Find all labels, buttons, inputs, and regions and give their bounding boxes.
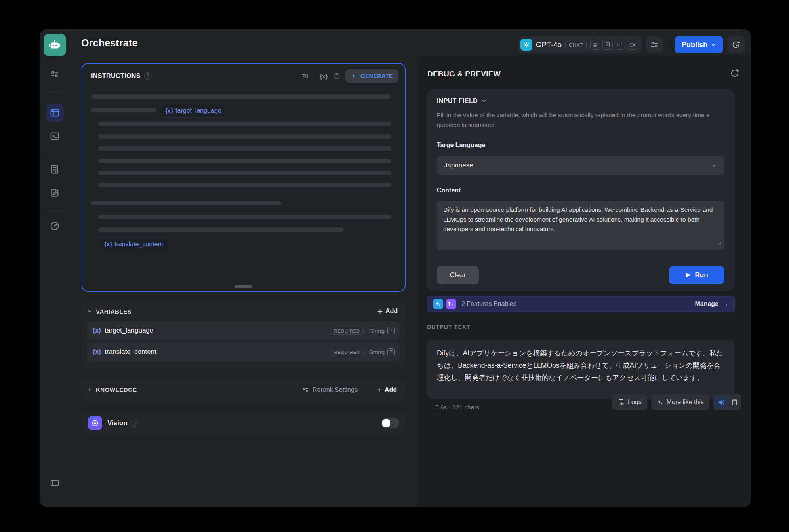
skeleton-line: [91, 201, 281, 205]
model-parameters-button[interactable]: [646, 36, 663, 53]
input-field-description: Fill in the value of the variable, which…: [437, 110, 724, 130]
clear-label: Clear: [450, 271, 466, 279]
screen: Orchestrate GPT-4o CHAT: [0, 0, 789, 532]
reset-button[interactable]: [730, 68, 740, 80]
input-field-header[interactable]: INPUT FIELD: [437, 97, 487, 104]
selected-language: Japanese: [444, 162, 473, 169]
variable-type: String: [369, 327, 385, 334]
audio-capability-icon: [615, 40, 625, 50]
publish-label: Publish: [682, 41, 707, 49]
insert-variable-button[interactable]: {x}: [320, 73, 328, 80]
variable-chip-target-language[interactable]: {x} target_language: [160, 104, 227, 118]
instructions-title: INSTRUCTIONS: [91, 72, 141, 80]
content-textarea[interactable]: Dify is an open-source platform for buil…: [437, 201, 724, 250]
sidebar-item-terminal[interactable]: [46, 127, 64, 145]
variable-row-target-language[interactable]: {x} target_language REQUIRED String T: [87, 321, 400, 340]
features-bar[interactable]: T 2 Features Enabled Manage →: [427, 296, 735, 312]
manage-features-button[interactable]: Manage →: [695, 300, 728, 308]
target-language-select[interactable]: Japanese: [437, 156, 724, 175]
help-icon[interactable]: ?: [144, 72, 151, 80]
document-list-icon: [50, 164, 60, 175]
target-language-label: Targe Language: [437, 142, 485, 149]
chevron-down-icon: [711, 42, 716, 48]
speaker-icon: [718, 399, 725, 406]
instructions-header: INSTRUCTIONS ? 78 {x} GENERATE: [82, 64, 405, 83]
header-divider: [314, 73, 314, 80]
variable-row-translate-content[interactable]: {x} translate_content REQUIRED String T: [87, 343, 400, 361]
add-variable-button[interactable]: Add: [373, 305, 402, 317]
vision-toggle[interactable]: [381, 418, 399, 428]
help-icon[interactable]: ?: [131, 420, 138, 427]
skeleton-line: [98, 183, 391, 187]
add-knowledge-button[interactable]: Add: [372, 384, 401, 396]
resize-grip-icon[interactable]: [717, 238, 721, 248]
add-label: Add: [385, 308, 398, 315]
skeleton-line: [91, 108, 156, 112]
chevron-right-icon[interactable]: [87, 387, 92, 392]
sliders-icon: [302, 386, 309, 393]
resize-handle[interactable]: [235, 285, 252, 288]
logs-icon: [617, 399, 625, 406]
tts-feature-icon: T: [446, 299, 456, 309]
robot-icon: [48, 38, 61, 52]
output-text: Difyは、AIアプリケーションを構築するためのオープンソースプラットフォームで…: [437, 349, 724, 382]
header-divider: [669, 40, 669, 49]
generate-feature-icon: [433, 299, 443, 309]
manage-label: Manage: [695, 300, 718, 308]
output-card: Difyは、AIアプリケーションを構築するためのオープンソースプラットフォームで…: [427, 340, 735, 399]
sidebar-item-logs[interactable]: [46, 160, 64, 178]
variable-type: String: [369, 349, 385, 355]
input-field-card: INPUT FIELD Fill in the value of the var…: [427, 89, 735, 291]
sidebar-item-orchestrate[interactable]: [46, 104, 64, 122]
gauge-icon: [50, 221, 60, 231]
sparkle-icon: [351, 73, 358, 80]
rerank-settings-button[interactable]: Rerank Settings: [302, 386, 358, 393]
variable-prefix: {x}: [165, 107, 173, 114]
history-button[interactable]: [727, 36, 745, 53]
chevron-down-icon: [481, 98, 487, 104]
terminal-icon: [50, 131, 60, 141]
skeleton-line: [98, 159, 391, 163]
publish-button[interactable]: Publish: [675, 36, 723, 53]
string-type-icon: T: [387, 327, 394, 334]
sidebar-item-settings[interactable]: [46, 65, 64, 83]
sidebar-divider: [47, 92, 63, 93]
sliders-icon: [650, 40, 659, 49]
sidebar-item-monitoring[interactable]: [46, 217, 64, 235]
knowledge-title: KNOWLEDGE: [96, 386, 137, 393]
vision-icon: [88, 416, 102, 430]
divider: [365, 386, 365, 393]
copy-output-button[interactable]: [731, 399, 738, 406]
more-like-this-button[interactable]: More like this: [651, 394, 709, 410]
openai-logo: [520, 39, 532, 51]
window-icon: [50, 108, 60, 118]
speaker-button[interactable]: [715, 396, 728, 408]
copy-button[interactable]: [333, 72, 341, 80]
required-badge: REQUIRED: [331, 327, 364, 335]
char-count: 78: [302, 73, 309, 80]
variables-header[interactable]: VARIABLES Add: [82, 301, 406, 321]
model-capabilities: [590, 40, 637, 50]
knowledge-section: KNOWLEDGE Rerank Settings Add: [82, 378, 406, 401]
clipboard-icon: [731, 399, 738, 406]
app-logo[interactable]: [44, 34, 66, 56]
run-button[interactable]: Run: [669, 266, 724, 284]
model-mode-badge: CHAT: [565, 41, 587, 49]
model-selector[interactable]: GPT-4o CHAT: [518, 36, 642, 53]
logs-button[interactable]: Logs: [612, 394, 647, 410]
skeleton-line: [98, 146, 391, 151]
video-capability-icon: [627, 40, 637, 50]
clear-button[interactable]: Clear: [437, 266, 479, 284]
instructions-panel: INSTRUCTIONS ? 78 {x} GENERATE: [82, 63, 406, 292]
chevron-down-icon: [711, 163, 717, 169]
history-icon: [731, 40, 741, 49]
generate-button[interactable]: GENERATE: [345, 69, 398, 83]
skeleton-line: [98, 227, 344, 232]
variables-section: VARIABLES Add {x} target_language REQUIR…: [82, 301, 406, 369]
sparkle-icon: [657, 399, 663, 406]
sidebar-item-annotation[interactable]: [46, 184, 64, 201]
collapse-sidebar-button[interactable]: [46, 474, 64, 492]
variable-chip-translate-content[interactable]: {x} translate_content: [99, 237, 168, 251]
content-label: Content: [437, 187, 461, 194]
run-label: Run: [695, 271, 708, 279]
